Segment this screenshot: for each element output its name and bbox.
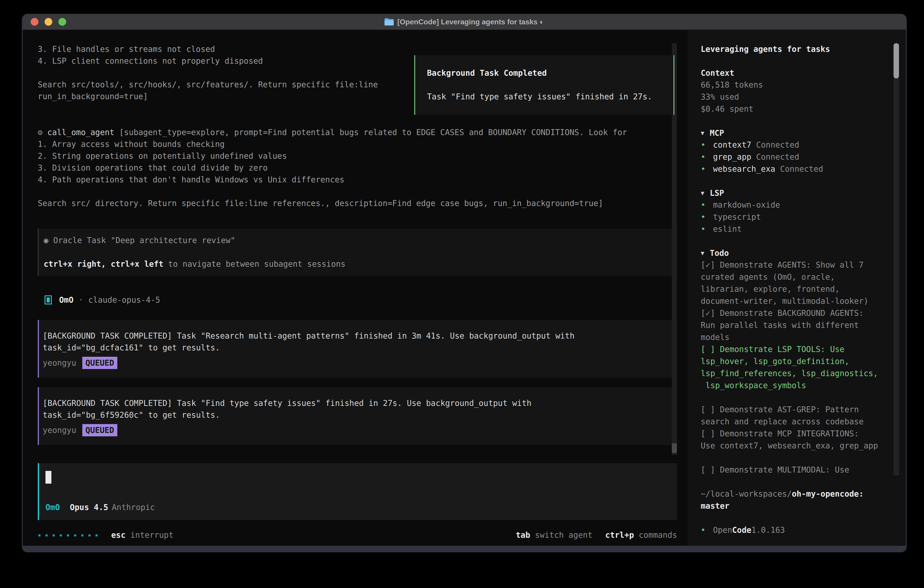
traffic-lights	[31, 18, 66, 26]
tool-call-name: call_omo_agent	[47, 128, 114, 137]
session-title: Leveraging agents for tasks	[701, 43, 892, 55]
green-dot-icon: •	[701, 151, 713, 163]
agent-separator: ·	[78, 294, 83, 306]
window-title: [OpenCode] Leveraging agents for tasks ◐	[397, 18, 544, 26]
chat-pane: 3. File handles or streams not closed 4.…	[23, 30, 688, 546]
agent-short-name: OmO	[46, 501, 60, 513]
oracle-hint-rest: to navigate between subagent sessions	[163, 259, 346, 269]
context-heading: Context	[701, 67, 892, 79]
workspace-path: ~/local-workspaces/oh-my-opencode:	[701, 488, 892, 500]
mcp-section-header[interactable]: ▼MCP	[701, 127, 892, 139]
context-spent: $0.46 spent	[701, 103, 892, 115]
close-button[interactable]	[31, 18, 38, 26]
status-bar: ▪▪▪▪▪▪▪▪▪ esc interrupt tab switch agent…	[38, 529, 677, 541]
background-task-notification: Background Task Completed Task "Find typ…	[414, 55, 674, 115]
context-tokens: 66,518 tokens	[701, 79, 892, 91]
green-dot-icon: •	[701, 223, 713, 235]
agent-square-icon	[45, 296, 52, 304]
task-message-text: [BACKGROUND TASK COMPLETED] Task "Resear…	[43, 330, 677, 353]
todo-item: [ ] Demonstrate LSP TOOLS: Use lsp_hover…	[701, 344, 892, 391]
task-user: yeongyu	[43, 424, 76, 436]
model-provider: Anthropic	[112, 501, 155, 513]
agent-name: OmO	[59, 294, 73, 306]
todo-item: [ ] Demonstrate MCP INTEGRATIONS: Use co…	[701, 428, 892, 452]
model-name: Opus 4.5	[70, 501, 108, 513]
desktop: [OpenCode] Leveraging agents for tasks ◐…	[0, 0, 924, 588]
agent-header: OmO · claude-opus-4-5	[38, 294, 677, 306]
chevron-down-icon: ▼	[701, 127, 705, 139]
commands-hint: ctrl+p commands	[605, 529, 677, 541]
chevron-down-icon: ▼	[701, 187, 705, 199]
task-message[interactable]: [BACKGROUND TASK COMPLETED] Task "Find t…	[38, 387, 677, 445]
status-badge: QUEUED	[82, 357, 117, 369]
task-message-text: [BACKGROUND TASK COMPLETED] Task "Find t…	[43, 397, 677, 421]
lsp-section-header[interactable]: ▼LSP	[701, 187, 892, 199]
green-dot-icon: •	[701, 199, 713, 211]
todo-item: [✓] Demonstrate AGENTS: Show all 7 curat…	[701, 259, 892, 307]
task-meta: yeongyu QUEUED	[43, 357, 677, 369]
mcp-item: •context7Connected	[701, 139, 892, 151]
task-message[interactable]: [BACKGROUND TASK COMPLETED] Task "Resear…	[38, 320, 677, 378]
todo-section-header[interactable]: ▼Todo	[701, 247, 892, 259]
oracle-nav-hint: ctrl+x right, ctrl+x left to navigate be…	[44, 258, 677, 270]
folder-icon	[384, 18, 394, 25]
todo-item: [✓] Demonstrate BACKGROUND AGENTS: Run p…	[701, 307, 892, 344]
window-titlebar[interactable]: [OpenCode] Leveraging agents for tasks ◐	[23, 14, 906, 30]
status-badge: QUEUED	[82, 424, 117, 436]
radio-dot-icon: ◉	[44, 236, 48, 245]
oracle-task-box[interactable]: ◉ Oracle Task "Deep architecture review"…	[38, 228, 677, 276]
green-dot-icon: •	[701, 163, 713, 175]
workspace-branch: master	[701, 500, 892, 512]
todo-item: [ ] Demonstrate AST-GREP: Pattern search…	[701, 404, 892, 428]
oracle-task-title: ◉ Oracle Task "Deep architecture review"	[44, 235, 677, 246]
sidebar-scrollbar-thumb[interactable]	[894, 43, 899, 78]
mcp-item: •websearch_exaConnected	[701, 163, 892, 175]
green-dot-icon: •	[701, 211, 713, 223]
mcp-item: •grep_appConnected	[701, 151, 892, 163]
notification-title: Background Task Completed	[427, 67, 673, 79]
terminal: 3. File handles or streams not closed 4.…	[23, 30, 906, 546]
context-used: 33% used	[701, 91, 892, 103]
chat-scrollbar-thumb[interactable]	[672, 443, 677, 453]
todo-item: [ ] Demonstrate MULTIMODAL: Use	[701, 464, 892, 476]
task-meta: yeongyu QUEUED	[43, 424, 677, 436]
text-cursor	[46, 471, 51, 484]
session-sidebar: Leveraging agents for tasks Context 66,5…	[688, 30, 906, 546]
green-dot-icon: •	[701, 524, 713, 536]
lsp-item: •markdown-oxide	[701, 199, 892, 211]
tool-call-args: [subagent_type=explore, prompt=Find pote…	[38, 128, 627, 208]
tool-call-message: ⚙ call_omo_agent [subagent_type=explore,…	[38, 126, 677, 209]
tab-hint: tab switch agent	[516, 529, 592, 541]
agent-model: claude-opus-4-5	[88, 294, 160, 306]
opencode-window: [OpenCode] Leveraging agents for tasks ◐…	[22, 14, 906, 552]
lsp-item: •typescript	[701, 211, 892, 223]
chevron-down-icon: ▼	[701, 247, 705, 259]
version-row: •OpenCode 1.0.163	[701, 524, 892, 536]
lsp-item: •eslint	[701, 223, 892, 235]
oracle-hint-keys: ctrl+x right, ctrl+x left	[44, 259, 163, 269]
minimize-button[interactable]	[45, 18, 52, 26]
prompt-input[interactable]: OmO Opus 4.5 Anthropic	[38, 463, 677, 520]
green-dot-icon: •	[701, 139, 713, 151]
task-user: yeongyu	[43, 357, 76, 369]
maximize-button[interactable]	[58, 18, 66, 26]
gear-icon: ⚙	[38, 128, 43, 137]
spinner-dots-icon: ▪▪▪▪▪▪▪▪▪	[38, 532, 102, 538]
model-row: OmO Opus 4.5 Anthropic	[46, 501, 677, 513]
esc-hint: esc interrupt	[111, 529, 173, 541]
sidebar-scrollbar[interactable]	[894, 43, 899, 475]
window-title-group: [OpenCode] Leveraging agents for tasks ◐	[384, 18, 544, 26]
notification-body: Task "Find type safety issues" finished …	[427, 91, 673, 102]
